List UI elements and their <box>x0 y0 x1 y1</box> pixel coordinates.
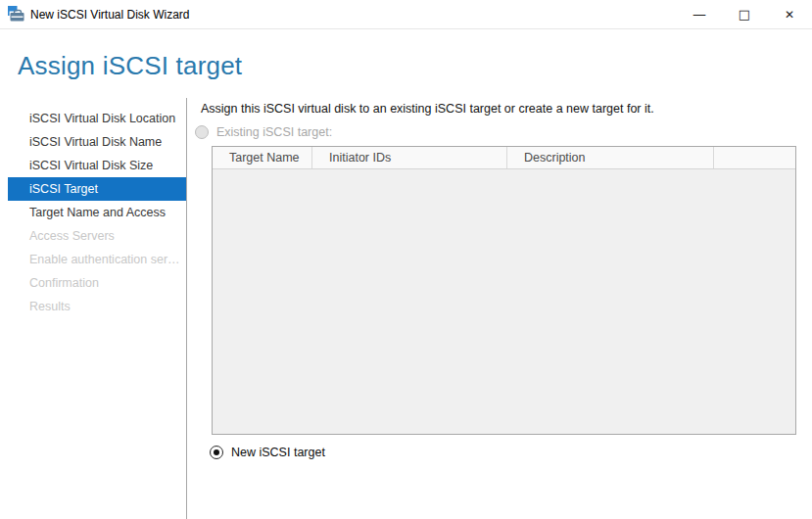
page-title: Assign iSCSI target <box>18 51 242 81</box>
existing-iscsi-target-option[interactable]: Existing iSCSI target: <box>195 125 332 139</box>
step-results: Results <box>0 295 186 318</box>
new-target-label: New iSCSI target <box>231 446 325 459</box>
step-iscsi-virtual-disk-name[interactable]: iSCSI Virtual Disk Name <box>0 130 186 154</box>
new-iscsi-target-option[interactable]: New iSCSI target <box>210 446 325 459</box>
column-header-target-name: Target Name <box>213 147 312 168</box>
step-iscsi-virtual-disk-location[interactable]: iSCSI Virtual Disk Location <box>0 107 186 130</box>
minimize-icon: — <box>693 7 706 21</box>
window-controls: — □ ✕ <box>677 0 812 28</box>
step-target-name-and-access[interactable]: Target Name and Access <box>0 201 186 224</box>
step-iscsi-virtual-disk-size[interactable]: iSCSI Virtual Disk Size <box>0 154 186 177</box>
column-header-description: Description <box>507 147 714 168</box>
intro-text: Assign this iSCSI virtual disk to an exi… <box>201 102 654 116</box>
step-enable-authentication: Enable authentication ser… <box>0 248 186 271</box>
step-iscsi-target[interactable]: iSCSI Target <box>8 177 186 201</box>
wizard-window: New iSCSI Virtual Disk Wizard — □ ✕ Assi… <box>0 0 812 519</box>
minimize-button[interactable]: — <box>677 0 722 28</box>
server-manager-icon <box>8 6 24 23</box>
step-access-servers: Access Servers <box>0 224 186 248</box>
window-title: New iSCSI Virtual Disk Wizard <box>30 0 189 29</box>
maximize-button[interactable]: □ <box>722 0 767 28</box>
close-button[interactable]: ✕ <box>767 0 812 28</box>
table-header-row: Target Name Initiator IDs Description <box>213 147 795 169</box>
close-icon: ✕ <box>785 9 794 21</box>
step-confirmation: Confirmation <box>0 271 186 295</box>
iscsi-target-table: Target Name Initiator IDs Description <box>212 146 796 435</box>
existing-target-label: Existing iSCSI target: <box>216 125 332 139</box>
wizard-steps-sidebar: iSCSI Virtual Disk Location iSCSI Virtua… <box>0 98 187 519</box>
table-body-empty <box>213 169 795 434</box>
existing-target-radio[interactable] <box>195 125 209 139</box>
maximize-icon: □ <box>739 8 750 21</box>
titlebar: New iSCSI Virtual Disk Wizard — □ ✕ <box>0 0 812 29</box>
column-header-blank <box>714 147 795 168</box>
new-target-radio[interactable] <box>210 446 223 459</box>
column-header-initiator-ids: Initiator IDs <box>312 147 507 168</box>
